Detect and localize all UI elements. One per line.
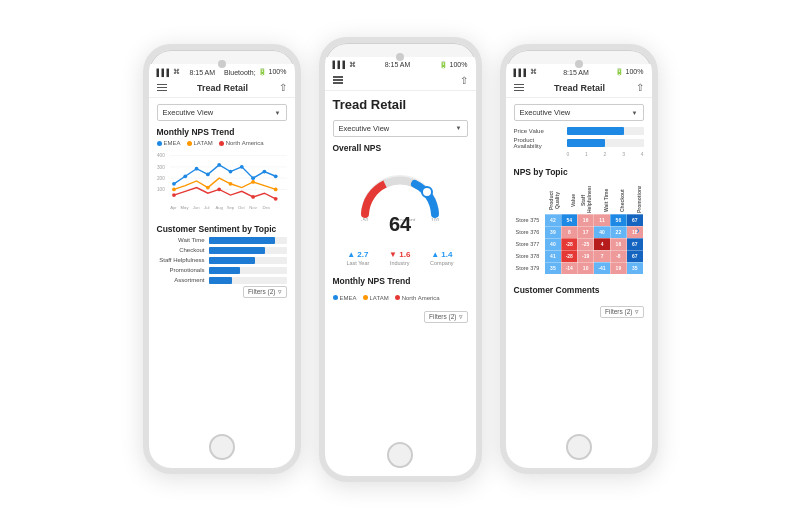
- legend-dot-na-1: [219, 141, 224, 146]
- nps-trend-title-2: Monthly NPS Trend: [333, 276, 468, 286]
- signal-icon: ▌▌▌: [157, 69, 172, 76]
- svg-point-21: [251, 180, 255, 184]
- phone-2: ▌▌▌ ⌘ 8:15 AM 🔋 100% ⇧ Tread Retail Exec…: [319, 37, 482, 482]
- filter-icon-2: ▿: [459, 313, 463, 321]
- svg-point-24: [217, 188, 221, 192]
- filters-button-3[interactable]: Filters (2) ▿: [600, 306, 643, 318]
- legend-latam-2: LATAM: [363, 295, 389, 301]
- svg-text:May: May: [180, 205, 189, 210]
- phone-2-notch: [396, 53, 404, 61]
- bar-row-assortment: Assortment: [157, 277, 287, 284]
- svg-point-14: [239, 165, 243, 169]
- nps-score: 64: [389, 213, 411, 236]
- filters-row-3: Filters (2) ▿: [514, 306, 644, 318]
- col-wait: Wait Time: [594, 186, 610, 214]
- hamburger-icon[interactable]: [157, 84, 167, 92]
- executive-view-dropdown-2[interactable]: Executive View ▼: [333, 120, 468, 137]
- svg-point-20: [228, 182, 232, 186]
- svg-point-18: [172, 188, 176, 192]
- hamburger-icon-2[interactable]: [333, 76, 343, 84]
- dropdown-label-3: Executive View: [520, 108, 571, 117]
- share-icon-2[interactable]: ⇧: [460, 75, 468, 86]
- phone-1-home-button[interactable]: [209, 434, 235, 460]
- svg-point-13: [228, 170, 232, 174]
- nps-metrics: ▲ 2.7 Last Year ▼ 1.6 Industry ▲ 1.4 Com…: [333, 250, 468, 266]
- top-bars-section: Price Value Product Availability 01234: [514, 127, 644, 157]
- svg-point-10: [194, 167, 198, 171]
- legend-emea-2: EMEA: [333, 295, 357, 301]
- status-time: 8:15 AM: [189, 69, 215, 76]
- col-promo: Promotionals: [627, 186, 643, 214]
- dropdown-arrow-1: ▼: [275, 110, 281, 116]
- dropdown-arrow-2: ▼: [456, 125, 462, 131]
- svg-point-36: [422, 187, 432, 197]
- heatmap-row-378: Store 378 41 -28 -19 7 -8 67: [514, 250, 643, 262]
- line-chart-1: 400 300 200 100: [157, 148, 287, 214]
- wifi-icon-3: ⌘: [530, 68, 537, 76]
- svg-text:Apr: Apr: [170, 205, 177, 210]
- metric-last-year: ▲ 2.7 Last Year: [346, 250, 369, 266]
- filters-button-1[interactable]: Filters (2) ▿: [243, 286, 286, 298]
- phone-3-notch: [575, 60, 583, 68]
- bar-list-1: Wait Time Checkout Staff Helpfulness: [157, 237, 287, 284]
- battery-icon-2: 🔋 100%: [439, 61, 468, 69]
- svg-text:Aug: Aug: [215, 205, 223, 210]
- heatmap-row-376: Store 376 39 8 17 40 22 18: [514, 226, 643, 238]
- svg-point-17: [273, 174, 277, 178]
- filters-button-2[interactable]: Filters (2) ▿: [424, 311, 467, 323]
- status-time-2: 8:15 AM: [385, 61, 411, 68]
- heatmap-title: NPS by Topic: [514, 167, 644, 177]
- col-checkout: Checkout: [610, 186, 626, 214]
- hbar-pricevalue: Price Value: [514, 127, 644, 135]
- scene: ▌▌▌ ⌘ 8:15 AM Bluetooth; 🔋 100% Tread Re…: [123, 17, 678, 502]
- svg-point-19: [205, 186, 209, 190]
- filters-row-2: Filters (2) ▿: [333, 311, 468, 323]
- col-quality: Product Quality: [545, 186, 561, 214]
- executive-view-dropdown-3[interactable]: Executive View ▼: [514, 104, 644, 121]
- metric-industry: ▼ 1.6 Industry: [389, 250, 410, 266]
- svg-point-11: [205, 172, 209, 176]
- heatmap-nav-arrow[interactable]: ›: [636, 225, 639, 236]
- share-icon-3[interactable]: ⇧: [636, 82, 644, 93]
- filter-icon-1: ▿: [278, 288, 282, 296]
- phone-2-home-button[interactable]: [387, 442, 413, 468]
- svg-text:Oct: Oct: [238, 205, 245, 210]
- svg-text:400: 400: [157, 153, 165, 158]
- phone-2-screen: Tread Retail Executive View ▼ Overall NP…: [325, 91, 476, 476]
- svg-point-26: [273, 197, 277, 201]
- hamburger-icon-3[interactable]: [514, 84, 524, 92]
- heatmap-row-377: Store 377 40 -28 -25 4 16 67: [514, 238, 643, 250]
- svg-point-23: [172, 193, 176, 197]
- dropdown-arrow-3: ▼: [632, 110, 638, 116]
- svg-text:100: 100: [157, 187, 165, 192]
- hbar-availability: Product Availability: [514, 137, 644, 149]
- battery-icon: 🔋 100%: [258, 68, 287, 76]
- svg-text:200: 200: [157, 176, 165, 181]
- svg-point-16: [262, 170, 266, 174]
- share-icon[interactable]: ⇧: [279, 82, 287, 93]
- heatmap-empty-header: [514, 186, 545, 214]
- nps-trend-section-1: Monthly NPS Trend EMEA LATAM North Am: [157, 127, 287, 218]
- svg-text:Jul: Jul: [204, 205, 209, 210]
- svg-text:-50: -50: [361, 217, 368, 221]
- dropdown-label-2: Executive View: [339, 124, 390, 133]
- phone-3-home-button[interactable]: [566, 434, 592, 460]
- phone-1-title: Tread Retail: [197, 83, 248, 93]
- svg-text:Dec: Dec: [262, 205, 270, 210]
- svg-text:Sep: Sep: [226, 205, 234, 210]
- executive-view-dropdown-1[interactable]: Executive View ▼: [157, 104, 287, 121]
- svg-text:300: 300: [157, 165, 165, 170]
- heatmap-table: Product Quality Value Staff Helpfulness …: [514, 186, 644, 275]
- phone-1-header: Tread Retail ⇧: [149, 78, 295, 98]
- overall-nps-title: Overall NPS: [333, 143, 468, 153]
- legend-dot-emea-1: [157, 141, 162, 146]
- phone-1-notch: [218, 60, 226, 68]
- legend-1: EMEA LATAM North America: [157, 140, 287, 146]
- svg-point-12: [217, 163, 221, 167]
- col-value: Value: [561, 186, 577, 214]
- legend-dot-latam-2: [363, 295, 368, 300]
- bar-row-promotionals: Promotionals: [157, 267, 287, 274]
- bar-row-waittime: Wait Time: [157, 237, 287, 244]
- phone-3-header: Tread Retail ⇧: [506, 78, 652, 98]
- svg-text:Nov: Nov: [249, 205, 257, 210]
